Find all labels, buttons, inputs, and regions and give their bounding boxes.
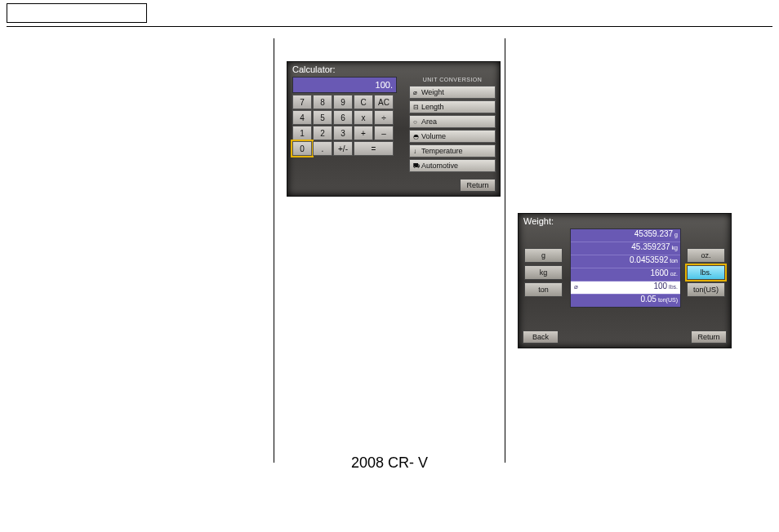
unit-button-lbs[interactable]: lbs. (687, 265, 725, 280)
calc-key-8[interactable]: 8 (313, 95, 332, 109)
calculator-left-area: 100. 789CAC456x÷123+–0.+/-= (292, 77, 397, 156)
calc-key-7[interactable]: 7 (292, 95, 312, 109)
calculator-title-strip: Calculator: (287, 62, 500, 75)
calc-key-4[interactable]: 4 (292, 110, 312, 125)
weight-left-unit-buttons: gkgton (524, 248, 563, 297)
unit-conversion-list: ⌀Weight⊟Length○Area◓Volume↓Temperature⛟A… (409, 86, 496, 172)
weight-value: 0.0453592 (630, 255, 668, 264)
temperature-icon: ↓ (413, 148, 421, 155)
calculator-panel: Calculator: 100. 789CAC456x÷123+–0.+/-= … (287, 61, 501, 197)
weight-right-unit-buttons: oz.lbs.ton(US) (687, 248, 725, 297)
unit-conversion-length[interactable]: ⊟Length (409, 100, 496, 113)
weight-row-lbs: ⌀100lbs. (571, 282, 680, 295)
weight-unit: lbs. (669, 284, 678, 290)
weight-icon: ⌀ (413, 89, 421, 96)
weight-value: 100 (653, 282, 667, 290)
unit-conversion-label: Area (421, 117, 437, 126)
unit-button-g[interactable]: g (524, 248, 563, 263)
column-right: Weight: 45359.237g45.359237kg0.0453592to… (505, 38, 736, 463)
weight-unit: ton (670, 258, 678, 264)
calc-key-x[interactable]: – (374, 126, 394, 140)
weight-title: Weight: (523, 216, 554, 226)
unit-conversion-area[interactable]: ○Area (409, 115, 496, 128)
unit-button-oz[interactable]: oz. (687, 248, 725, 263)
weight-value: 0.05 (640, 295, 656, 304)
unit-conversion-weight[interactable]: ⌀Weight (409, 86, 496, 99)
horizontal-rule (7, 26, 772, 27)
unit-conversion-automotive[interactable]: ⛟Automotive (409, 159, 496, 172)
unit-conversion-heading: UNIT CONVERSION (409, 77, 496, 82)
calc-key-x[interactable]: . (313, 141, 332, 156)
unit-conversion-label: Weight (421, 88, 444, 96)
return-button[interactable]: Return (460, 179, 496, 192)
unit-button-tonUS[interactable]: ton(US) (687, 282, 725, 297)
weight-value: 45359.237 (634, 229, 673, 238)
calc-key-xxx[interactable]: +/- (333, 141, 353, 156)
weight-unit: kg (672, 245, 678, 250)
return-button[interactable]: Return (691, 330, 727, 344)
length-icon: ⊟ (413, 104, 421, 111)
unit-conversion-label: Volume (421, 132, 446, 140)
page-columns: Calculator: 100. 789CAC456x÷123+–0.+/-= … (0, 38, 779, 463)
weight-title-strip: Weight: (519, 214, 731, 227)
top-placeholder-box (7, 3, 147, 23)
unit-conversion-label: Automotive (421, 162, 458, 170)
calc-key-AC[interactable]: AC (374, 95, 394, 109)
calc-key-C[interactable]: C (354, 95, 373, 109)
unit-conversion-temperature[interactable]: ↓Temperature (409, 144, 496, 157)
unit-conversion-label: Temperature (421, 147, 463, 155)
calc-key-x[interactable]: ÷ (374, 110, 394, 125)
calc-key-x[interactable]: + (354, 126, 373, 140)
unit-conversion-volume[interactable]: ◓Volume (409, 130, 496, 143)
calculator-title: Calculator: (292, 64, 336, 74)
calc-key-0[interactable]: 0 (292, 141, 312, 156)
weight-row-g: 45359.237g (571, 229, 680, 242)
calc-key-x[interactable]: x (354, 110, 373, 125)
weight-value: 1600 (650, 268, 668, 277)
unit-conversion-panel: UNIT CONVERSION ⌀Weight⊟Length○Area◓Volu… (409, 77, 496, 174)
weight-row-tonUS: 0.05ton(US) (571, 295, 680, 307)
weight-row-ton: 0.0453592ton (571, 255, 680, 268)
calculator-keypad: 789CAC456x÷123+–0.+/-= (292, 95, 397, 156)
automotive-icon: ⛟ (413, 162, 421, 170)
weight-icon: ⌀ (574, 283, 578, 290)
calc-key-1[interactable]: 1 (292, 126, 312, 140)
calc-key-6[interactable]: 6 (333, 110, 353, 125)
back-button[interactable]: Back (523, 330, 559, 344)
column-left (43, 38, 274, 463)
calc-key-x[interactable]: = (354, 141, 394, 156)
unit-conversion-label: Length (421, 103, 444, 111)
unit-button-ton[interactable]: ton (524, 282, 563, 297)
weight-row-kg: 45.359237kg (571, 242, 680, 255)
weight-panel: Weight: 45359.237g45.359237kg0.0453592to… (518, 213, 732, 348)
weight-value-list: 45359.237g45.359237kg0.0453592ton1600oz.… (570, 228, 681, 308)
calc-key-2[interactable]: 2 (313, 126, 332, 140)
weight-value: 45.359237 (631, 242, 670, 251)
column-center: Calculator: 100. 789CAC456x÷123+–0.+/-= … (274, 38, 505, 463)
calc-key-5[interactable]: 5 (313, 110, 332, 125)
calc-key-9[interactable]: 9 (333, 95, 353, 109)
weight-unit: oz. (670, 271, 678, 277)
unit-button-kg[interactable]: kg (524, 265, 563, 280)
calc-key-3[interactable]: 3 (333, 126, 353, 140)
weight-unit: g (674, 232, 678, 237)
weight-row-oz: 1600oz. (571, 268, 680, 282)
weight-unit: ton(US) (658, 297, 678, 303)
calculator-display: 100. (292, 77, 397, 93)
area-icon: ○ (413, 118, 421, 126)
volume-icon: ◓ (413, 133, 421, 140)
